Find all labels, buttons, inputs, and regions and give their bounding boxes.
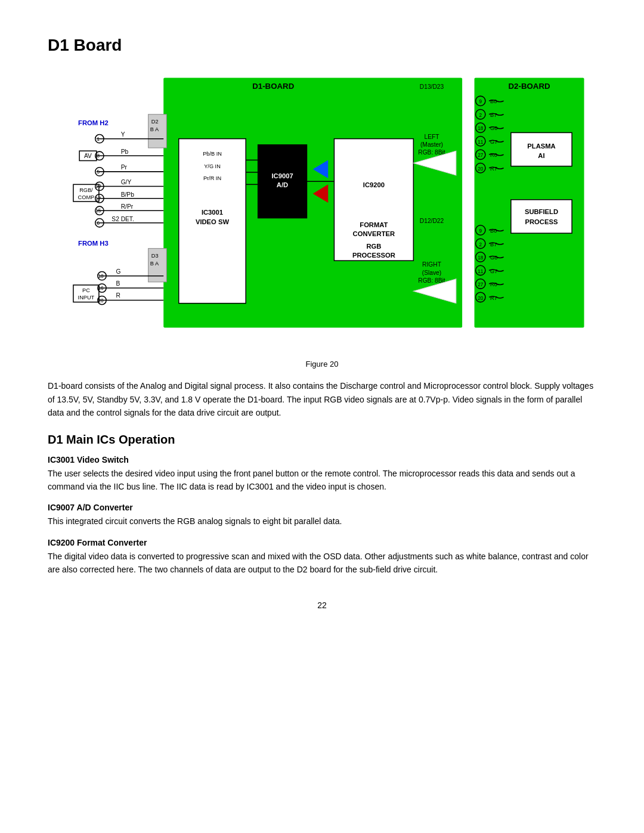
page-number: 22 (48, 600, 596, 610)
svg-text:SUBFIELD: SUBFIELD (525, 208, 558, 215)
svg-text:1: 1 (97, 137, 100, 142)
svg-text:(Master): (Master) (420, 141, 443, 148)
svg-text:IC9200: IC9200 (363, 181, 385, 188)
svg-text:2: 2 (479, 242, 482, 247)
svg-text:B7: B7 (490, 241, 497, 247)
svg-text:D2-BOARD: D2-BOARD (509, 82, 550, 91)
subsection-ic9007-title: IC9007 A/D Converter (48, 503, 596, 512)
svg-text:27: 27 (478, 282, 484, 287)
svg-rect-126 (511, 200, 572, 233)
svg-text:A/D: A/D (277, 181, 288, 188)
svg-text:27: 27 (478, 153, 484, 158)
svg-text:B0: B0 (490, 228, 497, 234)
subsection-ic3001-title: IC3001 Video Switch (48, 455, 596, 465)
svg-text:RIGHT: RIGHT (422, 261, 441, 268)
svg-text:INPUT: INPUT (78, 295, 95, 301)
svg-text:PROCESS: PROCESS (525, 218, 558, 225)
svg-text:LEFT: LEFT (425, 134, 439, 140)
svg-text:Y: Y (121, 131, 125, 138)
svg-text:S2 DET.: S2 DET. (112, 216, 134, 222)
svg-text:COMP: COMP (78, 194, 95, 200)
svg-text:D3: D3 (151, 253, 159, 259)
svg-text:2: 2 (479, 113, 482, 118)
svg-text:FROM H3: FROM H3 (78, 240, 109, 247)
svg-text:18: 18 (478, 126, 484, 131)
svg-text:D1-BOARD: D1-BOARD (252, 82, 294, 91)
svg-text:RGB: 8Bit: RGB: 8Bit (418, 149, 445, 156)
svg-text:11: 11 (478, 269, 484, 274)
svg-text:R: R (116, 292, 120, 299)
svg-text:D13/D23: D13/D23 (420, 83, 444, 90)
diagram-figure: D1-BOARD D2-BOARD FROM H2 D2 B A 1 Y AV … (48, 66, 596, 354)
subsection-ic9200-title: IC9200 Format Converter (48, 538, 596, 547)
svg-text:20: 20 (98, 298, 104, 304)
svg-text:Pb/B IN: Pb/B IN (203, 151, 222, 157)
svg-text:3: 3 (97, 153, 100, 159)
svg-text:G0: G0 (490, 125, 497, 131)
subsection-ic9007-body: This integrated circuit converts the RGB… (48, 515, 596, 528)
svg-text:B0: B0 (490, 98, 497, 104)
subsection-ic9200: IC9200 Format Converter The digital vide… (48, 538, 596, 577)
svg-text:B: B (116, 280, 120, 287)
svg-text:VIDEO SW: VIDEO SW (196, 218, 230, 225)
svg-text:6: 6 (97, 221, 100, 226)
svg-text:G0: G0 (490, 255, 497, 261)
svg-text:Pr: Pr (121, 164, 128, 171)
page-title: D1 Board (48, 36, 596, 55)
svg-text:9: 9 (479, 99, 482, 104)
svg-text:RGB: RGB (366, 243, 381, 250)
svg-text:20: 20 (478, 296, 484, 301)
svg-text:5: 5 (97, 169, 100, 175)
svg-text:15: 15 (95, 208, 101, 213)
svg-text:G/Y: G/Y (121, 179, 132, 185)
svg-text:R7: R7 (490, 166, 497, 172)
svg-text:RGB: 8Bit: RGB: 8Bit (418, 277, 445, 284)
svg-text:B  A: B A (150, 261, 159, 267)
svg-text:R0: R0 (490, 152, 497, 158)
svg-text:PROCESSOR: PROCESSOR (352, 252, 395, 259)
svg-text:G7: G7 (490, 139, 497, 145)
svg-text:Pr/R IN: Pr/R IN (203, 175, 221, 181)
svg-text:IC9007: IC9007 (271, 172, 293, 179)
svg-text:PC: PC (82, 287, 90, 293)
svg-text:16: 16 (98, 286, 104, 291)
svg-text:18: 18 (98, 274, 104, 279)
svg-text:G: G (116, 268, 120, 275)
svg-text:D2: D2 (151, 119, 159, 125)
figure-caption: Figure 20 (48, 360, 596, 368)
svg-text:(Slave): (Slave) (422, 270, 441, 276)
svg-text:Y/G IN: Y/G IN (204, 163, 221, 169)
svg-text:17: 17 (95, 196, 101, 202)
svg-text:R/Pr: R/Pr (121, 203, 134, 210)
subsection-ic9007: IC9007 A/D Converter This integrated cir… (48, 503, 596, 528)
svg-text:18: 18 (478, 255, 484, 261)
svg-text:G7: G7 (490, 268, 497, 274)
subsection-ic3001: IC3001 Video Switch The user selects the… (48, 455, 596, 494)
svg-text:9: 9 (479, 228, 482, 234)
svg-text:19: 19 (95, 184, 101, 189)
description-text: D1-board consists of the Analog and Digi… (48, 379, 596, 419)
svg-text:B7: B7 (490, 112, 497, 118)
svg-text:11: 11 (478, 140, 484, 145)
svg-text:AV: AV (84, 153, 92, 159)
svg-text:20: 20 (478, 166, 484, 172)
svg-text:FORMAT: FORMAT (360, 221, 388, 228)
svg-text:B/Pb: B/Pb (121, 191, 134, 198)
svg-text:CONVERTER: CONVERTER (353, 230, 395, 237)
svg-text:B  A: B A (150, 126, 159, 132)
section-title: D1 Main ICs Operation (48, 433, 596, 447)
svg-text:R0: R0 (490, 281, 497, 287)
svg-text:Pb: Pb (121, 148, 129, 155)
svg-text:D12/D22: D12/D22 (420, 218, 444, 224)
svg-text:IC3001: IC3001 (202, 209, 223, 216)
subsection-ic3001-body: The user selects the desired video input… (48, 467, 596, 494)
svg-text:AI: AI (538, 152, 544, 159)
svg-text:FROM H2: FROM H2 (78, 119, 109, 126)
svg-text:PLASMA: PLASMA (527, 143, 555, 150)
svg-text:RGB/: RGB/ (79, 187, 93, 193)
subsection-ic9200-body: The digital video data is converted to p… (48, 550, 596, 577)
svg-text:R7: R7 (490, 295, 497, 301)
